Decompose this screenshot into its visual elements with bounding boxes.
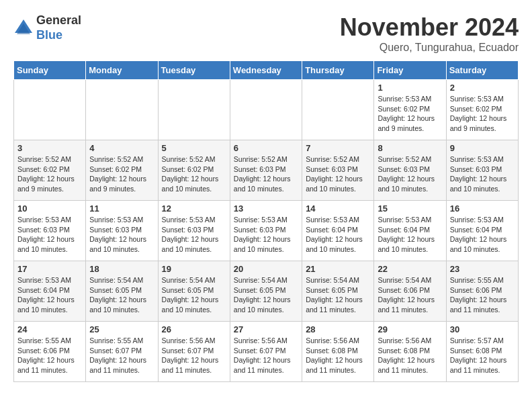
calendar-cell: 10Sunrise: 5:53 AM Sunset: 6:03 PM Dayli… (14, 201, 86, 261)
calendar-cell: 26Sunrise: 5:56 AM Sunset: 6:07 PM Dayli… (158, 322, 230, 382)
day-number: 3 (17, 143, 82, 153)
week-row-3: 10Sunrise: 5:53 AM Sunset: 6:03 PM Dayli… (14, 201, 519, 261)
day-info: Sunrise: 5:55 AM Sunset: 6:07 PM Dayligh… (89, 336, 154, 375)
day-info: Sunrise: 5:53 AM Sunset: 6:03 PM Dayligh… (162, 215, 226, 255)
day-info: Sunrise: 5:53 AM Sunset: 6:03 PM Dayligh… (234, 215, 298, 255)
calendar-header-row: SundayMondayTuesdayWednesdayThursdayFrid… (14, 61, 519, 80)
day-info: Sunrise: 5:53 AM Sunset: 6:04 PM Dayligh… (17, 275, 82, 315)
day-info: Sunrise: 5:53 AM Sunset: 6:03 PM Dayligh… (450, 154, 515, 194)
day-number: 19 (162, 264, 226, 274)
calendar-cell (302, 80, 374, 140)
day-number: 26 (162, 324, 226, 334)
page-header: General Blue November 2024 Quero, Tungur… (13, 13, 519, 54)
calendar-cell: 28Sunrise: 5:56 AM Sunset: 6:08 PM Dayli… (302, 322, 374, 382)
day-header-monday: Monday (86, 61, 158, 80)
logo-general-text: General (36, 13, 81, 28)
logo-blue-text: Blue (36, 28, 81, 43)
calendar-cell: 24Sunrise: 5:55 AM Sunset: 6:06 PM Dayli… (14, 322, 86, 382)
day-info: Sunrise: 5:56 AM Sunset: 6:07 PM Dayligh… (234, 336, 298, 375)
day-number: 7 (306, 143, 370, 153)
calendar-cell: 22Sunrise: 5:54 AM Sunset: 6:06 PM Dayli… (374, 261, 446, 322)
day-number: 29 (378, 324, 442, 334)
day-number: 11 (89, 203, 154, 214)
day-info: Sunrise: 5:53 AM Sunset: 6:04 PM Dayligh… (450, 215, 515, 255)
day-number: 28 (306, 324, 370, 334)
day-header-wednesday: Wednesday (230, 61, 302, 80)
day-number: 22 (378, 264, 442, 274)
day-info: Sunrise: 5:53 AM Sunset: 6:03 PM Dayligh… (89, 215, 154, 255)
day-info: Sunrise: 5:56 AM Sunset: 6:08 PM Dayligh… (378, 336, 442, 375)
day-info: Sunrise: 5:53 AM Sunset: 6:03 PM Dayligh… (17, 215, 82, 255)
calendar-cell: 8Sunrise: 5:52 AM Sunset: 6:03 PM Daylig… (374, 140, 446, 201)
logo: General Blue (13, 13, 81, 42)
day-info: Sunrise: 5:53 AM Sunset: 6:02 PM Dayligh… (450, 94, 515, 134)
day-number: 20 (234, 264, 298, 274)
day-number: 5 (162, 143, 226, 153)
calendar-cell: 1Sunrise: 5:53 AM Sunset: 6:02 PM Daylig… (374, 80, 446, 140)
calendar-cell: 27Sunrise: 5:56 AM Sunset: 6:07 PM Dayli… (230, 322, 302, 382)
day-info: Sunrise: 5:52 AM Sunset: 6:03 PM Dayligh… (306, 154, 370, 194)
calendar-cell: 29Sunrise: 5:56 AM Sunset: 6:08 PM Dayli… (374, 322, 446, 382)
calendar-cell (86, 80, 158, 140)
day-info: Sunrise: 5:52 AM Sunset: 6:02 PM Dayligh… (162, 154, 226, 194)
day-info: Sunrise: 5:55 AM Sunset: 6:06 PM Dayligh… (17, 336, 82, 375)
calendar-cell: 3Sunrise: 5:52 AM Sunset: 6:02 PM Daylig… (14, 140, 86, 201)
day-number: 9 (450, 143, 515, 153)
day-number: 6 (234, 143, 298, 153)
calendar-cell: 4Sunrise: 5:52 AM Sunset: 6:02 PM Daylig… (86, 140, 158, 201)
day-number: 1 (378, 83, 442, 93)
day-info: Sunrise: 5:53 AM Sunset: 6:04 PM Dayligh… (306, 215, 370, 255)
day-info: Sunrise: 5:53 AM Sunset: 6:04 PM Dayligh… (378, 215, 442, 255)
day-info: Sunrise: 5:56 AM Sunset: 6:07 PM Dayligh… (162, 336, 226, 375)
calendar-table: SundayMondayTuesdayWednesdayThursdayFrid… (13, 60, 519, 382)
calendar-cell: 12Sunrise: 5:53 AM Sunset: 6:03 PM Dayli… (158, 201, 230, 261)
week-row-1: 1Sunrise: 5:53 AM Sunset: 6:02 PM Daylig… (14, 80, 519, 140)
day-info: Sunrise: 5:52 AM Sunset: 6:03 PM Dayligh… (234, 154, 298, 194)
week-row-2: 3Sunrise: 5:52 AM Sunset: 6:02 PM Daylig… (14, 140, 519, 201)
day-number: 21 (306, 264, 370, 274)
day-number: 2 (450, 83, 515, 93)
month-title: November 2024 (340, 13, 519, 42)
calendar-cell: 11Sunrise: 5:53 AM Sunset: 6:03 PM Dayli… (86, 201, 158, 261)
calendar-cell: 7Sunrise: 5:52 AM Sunset: 6:03 PM Daylig… (302, 140, 374, 201)
day-info: Sunrise: 5:55 AM Sunset: 6:06 PM Dayligh… (450, 275, 515, 315)
day-number: 12 (162, 203, 226, 214)
day-info: Sunrise: 5:52 AM Sunset: 6:02 PM Dayligh… (17, 154, 82, 194)
calendar-cell: 23Sunrise: 5:55 AM Sunset: 6:06 PM Dayli… (446, 261, 518, 322)
calendar-cell: 14Sunrise: 5:53 AM Sunset: 6:04 PM Dayli… (302, 201, 374, 261)
calendar-cell: 5Sunrise: 5:52 AM Sunset: 6:02 PM Daylig… (158, 140, 230, 201)
day-number: 14 (306, 203, 370, 214)
day-info: Sunrise: 5:54 AM Sunset: 6:06 PM Dayligh… (378, 275, 442, 315)
calendar-cell: 21Sunrise: 5:54 AM Sunset: 6:05 PM Dayli… (302, 261, 374, 322)
day-number: 15 (378, 203, 442, 214)
day-number: 16 (450, 203, 515, 214)
calendar-cell: 19Sunrise: 5:54 AM Sunset: 6:05 PM Dayli… (158, 261, 230, 322)
day-info: Sunrise: 5:52 AM Sunset: 6:03 PM Dayligh… (378, 154, 442, 194)
calendar-cell: 30Sunrise: 5:57 AM Sunset: 6:08 PM Dayli… (446, 322, 518, 382)
day-info: Sunrise: 5:53 AM Sunset: 6:02 PM Dayligh… (378, 94, 442, 134)
day-number: 17 (17, 264, 82, 274)
day-header-friday: Friday (374, 61, 446, 80)
day-info: Sunrise: 5:54 AM Sunset: 6:05 PM Dayligh… (89, 275, 154, 315)
day-info: Sunrise: 5:54 AM Sunset: 6:05 PM Dayligh… (234, 275, 298, 315)
day-number: 30 (450, 324, 515, 334)
day-number: 4 (89, 143, 154, 153)
day-header-saturday: Saturday (446, 61, 518, 80)
day-info: Sunrise: 5:54 AM Sunset: 6:05 PM Dayligh… (162, 275, 226, 315)
title-block: November 2024 Quero, Tungurahua, Ecuador (340, 13, 519, 54)
calendar-cell: 13Sunrise: 5:53 AM Sunset: 6:03 PM Dayli… (230, 201, 302, 261)
day-header-tuesday: Tuesday (158, 61, 230, 80)
calendar-cell: 15Sunrise: 5:53 AM Sunset: 6:04 PM Dayli… (374, 201, 446, 261)
calendar-cell: 18Sunrise: 5:54 AM Sunset: 6:05 PM Dayli… (86, 261, 158, 322)
calendar-cell: 6Sunrise: 5:52 AM Sunset: 6:03 PM Daylig… (230, 140, 302, 201)
calendar-cell: 17Sunrise: 5:53 AM Sunset: 6:04 PM Dayli… (14, 261, 86, 322)
calendar-cell (158, 80, 230, 140)
day-header-thursday: Thursday (302, 61, 374, 80)
calendar-cell (230, 80, 302, 140)
calendar-cell (14, 80, 86, 140)
week-row-5: 24Sunrise: 5:55 AM Sunset: 6:06 PM Dayli… (14, 322, 519, 382)
day-number: 18 (89, 264, 154, 274)
location-subtitle: Quero, Tungurahua, Ecuador (340, 42, 519, 54)
day-header-sunday: Sunday (14, 61, 86, 80)
calendar-cell: 20Sunrise: 5:54 AM Sunset: 6:05 PM Dayli… (230, 261, 302, 322)
